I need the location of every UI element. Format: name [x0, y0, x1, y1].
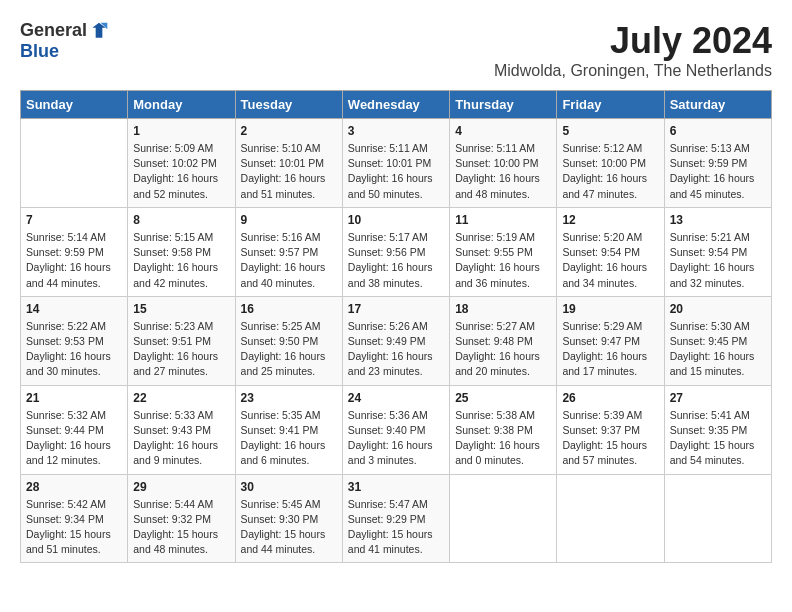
calendar-cell: 26Sunrise: 5:39 AMSunset: 9:37 PMDayligh… [557, 385, 664, 474]
day-number: 9 [241, 213, 337, 227]
day-info: Sunrise: 5:27 AMSunset: 9:48 PMDaylight:… [455, 319, 551, 380]
calendar-week-1: 1Sunrise: 5:09 AMSunset: 10:02 PMDayligh… [21, 119, 772, 208]
calendar-cell: 13Sunrise: 5:21 AMSunset: 9:54 PMDayligh… [664, 207, 771, 296]
calendar-cell: 23Sunrise: 5:35 AMSunset: 9:41 PMDayligh… [235, 385, 342, 474]
day-info: Sunrise: 5:44 AMSunset: 9:32 PMDaylight:… [133, 497, 229, 558]
day-info: Sunrise: 5:26 AMSunset: 9:49 PMDaylight:… [348, 319, 444, 380]
day-info: Sunrise: 5:33 AMSunset: 9:43 PMDaylight:… [133, 408, 229, 469]
location-subtitle: Midwolda, Groningen, The Netherlands [494, 62, 772, 80]
day-info: Sunrise: 5:10 AMSunset: 10:01 PMDaylight… [241, 141, 337, 202]
day-number: 27 [670, 391, 766, 405]
calendar-cell: 8Sunrise: 5:15 AMSunset: 9:58 PMDaylight… [128, 207, 235, 296]
calendar-week-5: 28Sunrise: 5:42 AMSunset: 9:34 PMDayligh… [21, 474, 772, 563]
day-info: Sunrise: 5:35 AMSunset: 9:41 PMDaylight:… [241, 408, 337, 469]
day-info: Sunrise: 5:39 AMSunset: 9:37 PMDaylight:… [562, 408, 658, 469]
logo: General Blue [20, 20, 109, 62]
logo-blue: Blue [20, 41, 59, 62]
day-info: Sunrise: 5:13 AMSunset: 9:59 PMDaylight:… [670, 141, 766, 202]
day-number: 23 [241, 391, 337, 405]
calendar-week-2: 7Sunrise: 5:14 AMSunset: 9:59 PMDaylight… [21, 207, 772, 296]
day-info: Sunrise: 5:41 AMSunset: 9:35 PMDaylight:… [670, 408, 766, 469]
calendar-cell [557, 474, 664, 563]
header-day-sunday: Sunday [21, 91, 128, 119]
day-info: Sunrise: 5:19 AMSunset: 9:55 PMDaylight:… [455, 230, 551, 291]
calendar-cell: 5Sunrise: 5:12 AMSunset: 10:00 PMDayligh… [557, 119, 664, 208]
calendar-cell [21, 119, 128, 208]
day-info: Sunrise: 5:16 AMSunset: 9:57 PMDaylight:… [241, 230, 337, 291]
day-number: 10 [348, 213, 444, 227]
calendar-cell: 14Sunrise: 5:22 AMSunset: 9:53 PMDayligh… [21, 296, 128, 385]
calendar-cell: 19Sunrise: 5:29 AMSunset: 9:47 PMDayligh… [557, 296, 664, 385]
calendar-cell: 18Sunrise: 5:27 AMSunset: 9:48 PMDayligh… [450, 296, 557, 385]
day-number: 4 [455, 124, 551, 138]
header-day-wednesday: Wednesday [342, 91, 449, 119]
calendar-cell: 12Sunrise: 5:20 AMSunset: 9:54 PMDayligh… [557, 207, 664, 296]
day-number: 30 [241, 480, 337, 494]
calendar-cell: 22Sunrise: 5:33 AMSunset: 9:43 PMDayligh… [128, 385, 235, 474]
day-number: 12 [562, 213, 658, 227]
calendar-cell: 17Sunrise: 5:26 AMSunset: 9:49 PMDayligh… [342, 296, 449, 385]
calendar-cell: 15Sunrise: 5:23 AMSunset: 9:51 PMDayligh… [128, 296, 235, 385]
day-info: Sunrise: 5:12 AMSunset: 10:00 PMDaylight… [562, 141, 658, 202]
day-number: 8 [133, 213, 229, 227]
day-number: 17 [348, 302, 444, 316]
day-number: 24 [348, 391, 444, 405]
calendar-cell: 29Sunrise: 5:44 AMSunset: 9:32 PMDayligh… [128, 474, 235, 563]
day-number: 31 [348, 480, 444, 494]
day-info: Sunrise: 5:09 AMSunset: 10:02 PMDaylight… [133, 141, 229, 202]
day-info: Sunrise: 5:17 AMSunset: 9:56 PMDaylight:… [348, 230, 444, 291]
calendar-cell [664, 474, 771, 563]
calendar-cell: 7Sunrise: 5:14 AMSunset: 9:59 PMDaylight… [21, 207, 128, 296]
day-number: 15 [133, 302, 229, 316]
day-info: Sunrise: 5:20 AMSunset: 9:54 PMDaylight:… [562, 230, 658, 291]
calendar-cell: 2Sunrise: 5:10 AMSunset: 10:01 PMDayligh… [235, 119, 342, 208]
day-number: 3 [348, 124, 444, 138]
calendar-cell: 28Sunrise: 5:42 AMSunset: 9:34 PMDayligh… [21, 474, 128, 563]
day-info: Sunrise: 5:42 AMSunset: 9:34 PMDaylight:… [26, 497, 122, 558]
page-header: General Blue July 2024 Midwolda, Groning… [20, 20, 772, 80]
calendar-cell: 30Sunrise: 5:45 AMSunset: 9:30 PMDayligh… [235, 474, 342, 563]
calendar-cell: 11Sunrise: 5:19 AMSunset: 9:55 PMDayligh… [450, 207, 557, 296]
calendar-cell: 24Sunrise: 5:36 AMSunset: 9:40 PMDayligh… [342, 385, 449, 474]
month-year-title: July 2024 [494, 20, 772, 62]
logo-icon [89, 21, 109, 41]
calendar-cell: 20Sunrise: 5:30 AMSunset: 9:45 PMDayligh… [664, 296, 771, 385]
day-info: Sunrise: 5:21 AMSunset: 9:54 PMDaylight:… [670, 230, 766, 291]
header-day-tuesday: Tuesday [235, 91, 342, 119]
calendar-cell: 27Sunrise: 5:41 AMSunset: 9:35 PMDayligh… [664, 385, 771, 474]
day-number: 1 [133, 124, 229, 138]
day-number: 14 [26, 302, 122, 316]
calendar-cell: 9Sunrise: 5:16 AMSunset: 9:57 PMDaylight… [235, 207, 342, 296]
day-info: Sunrise: 5:11 AMSunset: 10:01 PMDaylight… [348, 141, 444, 202]
day-number: 2 [241, 124, 337, 138]
day-info: Sunrise: 5:29 AMSunset: 9:47 PMDaylight:… [562, 319, 658, 380]
calendar-cell [450, 474, 557, 563]
day-number: 6 [670, 124, 766, 138]
day-number: 29 [133, 480, 229, 494]
calendar-cell: 6Sunrise: 5:13 AMSunset: 9:59 PMDaylight… [664, 119, 771, 208]
calendar-cell: 4Sunrise: 5:11 AMSunset: 10:00 PMDayligh… [450, 119, 557, 208]
calendar-table: SundayMondayTuesdayWednesdayThursdayFrid… [20, 90, 772, 563]
day-info: Sunrise: 5:45 AMSunset: 9:30 PMDaylight:… [241, 497, 337, 558]
day-number: 26 [562, 391, 658, 405]
calendar-cell: 25Sunrise: 5:38 AMSunset: 9:38 PMDayligh… [450, 385, 557, 474]
calendar-cell: 21Sunrise: 5:32 AMSunset: 9:44 PMDayligh… [21, 385, 128, 474]
day-number: 5 [562, 124, 658, 138]
day-info: Sunrise: 5:30 AMSunset: 9:45 PMDaylight:… [670, 319, 766, 380]
day-number: 7 [26, 213, 122, 227]
logo-general: General [20, 20, 87, 41]
calendar-week-4: 21Sunrise: 5:32 AMSunset: 9:44 PMDayligh… [21, 385, 772, 474]
day-info: Sunrise: 5:38 AMSunset: 9:38 PMDaylight:… [455, 408, 551, 469]
day-number: 11 [455, 213, 551, 227]
day-number: 22 [133, 391, 229, 405]
day-info: Sunrise: 5:15 AMSunset: 9:58 PMDaylight:… [133, 230, 229, 291]
day-info: Sunrise: 5:14 AMSunset: 9:59 PMDaylight:… [26, 230, 122, 291]
day-info: Sunrise: 5:36 AMSunset: 9:40 PMDaylight:… [348, 408, 444, 469]
calendar-cell: 31Sunrise: 5:47 AMSunset: 9:29 PMDayligh… [342, 474, 449, 563]
header-day-thursday: Thursday [450, 91, 557, 119]
day-number: 18 [455, 302, 551, 316]
day-number: 13 [670, 213, 766, 227]
title-section: July 2024 Midwolda, Groningen, The Nethe… [494, 20, 772, 80]
day-number: 20 [670, 302, 766, 316]
calendar-week-3: 14Sunrise: 5:22 AMSunset: 9:53 PMDayligh… [21, 296, 772, 385]
